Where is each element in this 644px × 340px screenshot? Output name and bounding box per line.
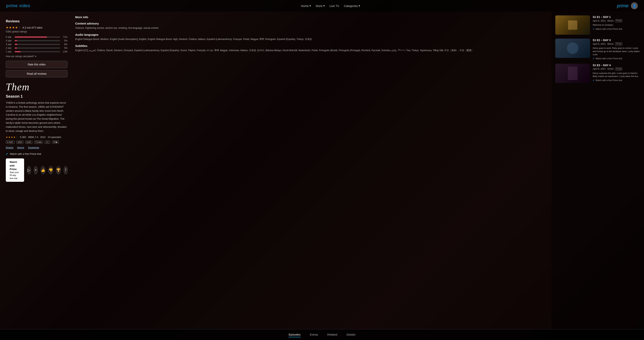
watch-prime-button[interactable]: Watch with Prime Start your 30-day free … <box>6 158 24 182</box>
badge-xray: X-RAY <box>6 141 14 144</box>
nav-livetv[interactable]: Live TV <box>330 4 339 8</box>
episode-thumbnail-1 <box>555 16 590 35</box>
episode-title-3: S1 E3 – DAY 4 <box>593 64 640 67</box>
episode-trial-2: ✔ Watch with a free Prime trial <box>593 57 640 60</box>
bar-label-3: 3 star <box>6 43 13 46</box>
meta-row: ★ ★ ★ ★ ☆ 5,382 IMDb 7.4 2021 10 episode… <box>6 136 68 144</box>
trailer-button[interactable]: ▷ <box>27 166 31 174</box>
tab-episodes[interactable]: Episodes <box>289 332 300 337</box>
add-watchlist-button[interactable]: + <box>34 166 38 174</box>
episode-card-1[interactable]: S1 E1 – DAY 1 April 9, 2021 50min TV-14 … <box>555 16 640 35</box>
episode-desc-2: Henry goes to work. Ruby goes to school.… <box>593 47 640 56</box>
bar-pct-3: 6% <box>62 43 68 46</box>
bar-fill-3 <box>15 44 17 45</box>
bar-fill-2 <box>15 48 17 49</box>
badge-uhd: UHD <box>25 141 32 144</box>
thumbs-up-button[interactable]: 👍 <box>41 166 45 174</box>
genre-drama[interactable]: Drama <box>6 146 13 149</box>
episode-card-3[interactable]: S1 E3 – DAY 4 April 9, 2021 41min TV-14 … <box>555 64 640 83</box>
bar-row-1star: 1 star 13% <box>6 50 68 53</box>
season-label: Season 1 <box>6 94 68 99</box>
episode-date-1: April 9, 2021 <box>593 20 606 22</box>
tab-related[interactable]: Related <box>327 332 337 337</box>
episode-date-3: April 9, 2021 <box>593 68 606 70</box>
episode-duration-2: 56min <box>607 43 614 45</box>
thumbs-up-icon: 👍 <box>41 168 45 172</box>
bar-track-2 <box>15 48 60 49</box>
episode-desc-1: Welcome to Compton. <box>593 23 640 27</box>
bottom-tabs: Episodes Extras Related Details <box>0 329 644 340</box>
prime-trial-row: ✔ Watch with a free Prime trial <box>6 152 68 156</box>
audio-text: English Dialogue Boost: Medium, English … <box>75 38 548 41</box>
content-advisory-text: Violence, frightening scenes, alcohol us… <box>75 26 548 30</box>
read-reviews-button[interactable]: Read all reviews <box>6 70 68 77</box>
episode-info-1: S1 E1 – DAY 1 April 9, 2021 50min TV-14 … <box>593 16 640 35</box>
bar-fill-5 <box>15 37 47 38</box>
episodes-panel: S1 E1 – DAY 1 April 9, 2021 50min TV-14 … <box>552 12 644 340</box>
nav-categories[interactable]: Categories ▾ <box>344 4 360 8</box>
star-2: ★ <box>9 26 12 29</box>
genres: Drama · Horror · Suspense <box>6 146 68 149</box>
subtitles-section: Subtitles English [CC], العربية, Čeština… <box>75 44 548 52</box>
star-5: ☆ <box>18 26 21 29</box>
prime-trial-text: Watch with a free Prime trial <box>10 152 41 155</box>
badge-cc: CC <box>45 141 50 144</box>
bar-row-3star: 3 star 6% <box>6 43 68 46</box>
user-avatar[interactable]: 👤 <box>631 2 638 9</box>
genre-horror[interactable]: Horror <box>17 146 24 149</box>
episode-trial-1: ✔ Watch with a free Prime trial <box>593 28 640 30</box>
tab-details[interactable]: Details <box>346 332 355 337</box>
chevron-down-icon: ▾ <box>323 4 325 8</box>
thumbs-down-icon: 👎 <box>48 168 53 172</box>
star-1: ★ <box>6 26 8 29</box>
share-icon: ⤴ <box>65 168 66 172</box>
tab-extras[interactable]: Extras <box>310 332 318 337</box>
episode-duration-3: 41min <box>607 68 614 70</box>
show-logo: Them <box>6 81 68 93</box>
chevron-down-icon: ▾ <box>359 4 360 8</box>
bar-pct-4: 5% <box>62 39 68 42</box>
genre-suspense[interactable]: Suspense <box>28 146 39 149</box>
rating-stars-row: ★ ★ ★ ★ ☆ 4.2 out of 5 stars <box>6 26 68 29</box>
bar-row-5star: 5 star 71% <box>6 36 68 38</box>
reviews-panel: Reviews ★ ★ ★ ★ ☆ 4.2 out of 5 stars 538… <box>6 16 68 79</box>
episode-title-2: S1 E2 – DAY 3 <box>593 39 640 42</box>
trial-check-icon-2: ✔ <box>593 57 594 60</box>
star-4: ★ <box>15 26 18 29</box>
trial-check-icon-1: ✔ <box>593 28 594 30</box>
episode-count: 10 episodes <box>48 136 61 139</box>
rating-stars: ★ ★ ★ ★ ☆ <box>6 26 21 29</box>
nav-store[interactable]: Store ▾ <box>316 4 325 8</box>
badge-hdr: HDR <box>16 141 23 144</box>
thumbs-down-button[interactable]: 👎 <box>48 166 53 174</box>
subtitles-text: English [CC], العربية, Čeština, Dansk, D… <box>75 49 548 52</box>
nav-logo[interactable]: prime video <box>6 3 30 8</box>
nav-links: Home ▾ Store ▾ Live TV Categories ▾ <box>36 4 625 8</box>
bar-track-1 <box>15 51 60 52</box>
share-button[interactable]: ⤴ <box>64 166 68 174</box>
episode-card-2[interactable]: S1 E2 – DAY 3 April 9, 2021 56min TV-14 … <box>555 39 640 60</box>
rating-text: 4.2 out of 5 stars <box>22 26 42 29</box>
trial-check-icon-3: ✔ <box>593 79 594 82</box>
award-button[interactable]: 🏆 <box>56 166 61 174</box>
content-advisory-section: Content advisory Violence, frightening s… <box>75 22 548 30</box>
bar-row-2star: 2 star 5% <box>6 47 68 49</box>
episode-meta-3: April 9, 2021 41min TV-14 <box>593 68 640 71</box>
how-calculated[interactable]: How are ratings calculated? ▾ <box>6 55 68 58</box>
chevron-down-icon: ▾ <box>35 55 36 58</box>
global-ratings: 5382 global ratings <box>6 30 68 33</box>
audio-heading: Audio languages <box>75 33 548 36</box>
episode-info-3: S1 E3 – DAY 4 April 9, 2021 41min TV-14 … <box>593 64 640 83</box>
avatar-icon: 👤 <box>632 4 636 8</box>
episode-meta-1: April 9, 2021 50min TV-14 <box>593 19 640 22</box>
award-icon: 🏆 <box>56 168 60 172</box>
nav-home[interactable]: Home ▾ <box>301 4 311 8</box>
bar-label-4: 4 star <box>6 39 13 42</box>
rate-video-button[interactable]: Rate this video <box>6 61 68 68</box>
bar-pct-5: 71% <box>62 36 68 38</box>
bar-track-3 <box>15 44 60 45</box>
episode-rating-3: TV-14 <box>615 68 622 71</box>
bar-track-5 <box>15 37 60 38</box>
subtitles-heading: Subtitles <box>75 44 548 48</box>
episode-info-2: S1 E2 – DAY 3 April 9, 2021 56min TV-14 … <box>593 39 640 60</box>
